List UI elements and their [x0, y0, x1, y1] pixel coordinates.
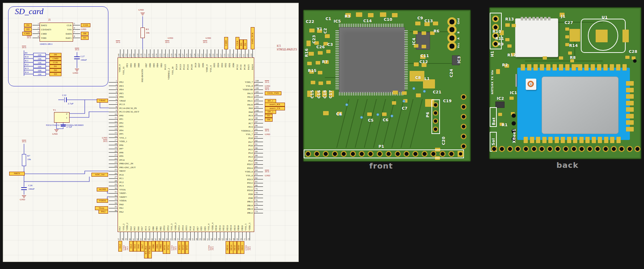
mcu-pin-name: PD2 [224, 59, 228, 67]
mcu-pin-name: PA2 [119, 210, 124, 213]
mcu-pin-number: 130 [170, 50, 173, 57]
mcu-pin-stub [109, 197, 118, 197]
pcb-silk-label: Bat [491, 117, 496, 125]
battery-pad [596, 30, 608, 42]
mcu-designator: IC5 [277, 44, 281, 48]
mcu-pin-stub [254, 82, 263, 82]
mcu-pin-number: 110 [246, 50, 249, 57]
mcu-pin-number: 29 [109, 183, 117, 185]
mcu-pin-name: PB3 [160, 59, 163, 67]
net-tag: D0 [49, 53, 61, 57]
mcu-pin-number: 12 [109, 120, 117, 123]
mcu-pin-stub [109, 100, 118, 101]
smd-pad [307, 62, 312, 65]
mcu-pin-stub [109, 134, 118, 134]
pcb-silk-label: P1 [378, 144, 384, 149]
mcu-pin-name: VDDIO2_2 [167, 59, 171, 80]
pcb-back-board[interactable]: R13R10R11R9H1R12J1C27U1R14R8C28R2IC1IC2B… [489, 7, 642, 159]
pcb-trace [525, 61, 603, 61]
mcu-pin-stub [254, 160, 263, 161]
mcu-pin-stub [254, 172, 263, 172]
mcu-pin-number: 88 [255, 154, 263, 157]
mcu-pin-name: PD7 [198, 59, 201, 67]
mcu-pin-name: PG11 [186, 59, 190, 70]
pcb-silk-label: XBee1 [512, 129, 517, 143]
mcu-pin-stub [254, 187, 263, 187]
mcu-pin-name: PF13 [178, 219, 181, 231]
mcu-pin-number: 36 [109, 209, 117, 212]
mcu-pin-number: 99 [255, 113, 263, 115]
mcu-pin-number: 137 [144, 50, 147, 57]
via [402, 100, 405, 103]
mcu-pin-stub [254, 134, 263, 135]
mcu-pin-stub [254, 104, 263, 105]
pcb-silk-label: R10 [493, 29, 501, 34]
cap-ref: C22 [62, 94, 66, 97]
hole [461, 94, 466, 100]
pcb-front-board[interactable]: C22C1IC5R3C14C10C9C13Y1C2C23C26C3R16R7R1… [303, 10, 471, 162]
edge-hole [523, 146, 529, 152]
mcu-pin-stub [254, 138, 263, 139]
gnd-label: GND [265, 85, 270, 87]
xbee-pad [524, 137, 528, 143]
crystal-pin-label: 2 [66, 112, 67, 115]
mcu-pin-number: 105 [255, 91, 263, 93]
mcu-pin-stub [109, 193, 118, 194]
pcb-back-caption: back [556, 161, 578, 170]
mcu-pin-number: 11 [109, 116, 117, 119]
edge-hole [499, 146, 505, 152]
sd-pin-name: CMD [41, 32, 47, 35]
mcu-pin-name: PE5 [119, 92, 124, 95]
net-tag: ADC_bat [91, 173, 108, 177]
pcb-silk-label: U1 [602, 15, 608, 20]
net-tag: D3 [239, 39, 243, 49]
net-tag: D0 [81, 32, 89, 36]
mcu-pin-stub [109, 201, 118, 201]
sd-pin-name: DAT0 [53, 32, 72, 35]
mcu-pin-number: 124 [193, 50, 196, 57]
p1-hole [305, 151, 311, 157]
pcb-silk-label: RX [491, 81, 494, 86]
via [412, 87, 415, 90]
net-tag: PF14 [181, 241, 185, 254]
xbee-pad [584, 64, 589, 71]
sd-pin-number: 3 [34, 31, 39, 33]
power-3v3-label: 3V3 [174, 241, 177, 250]
mcu-pin-name: PD14 [200, 167, 253, 170]
net-tag: SWD_TMS [265, 91, 281, 95]
p1-hole [430, 151, 436, 157]
pcb-silk-label: IC4 [412, 38, 416, 45]
smd-pad [392, 13, 398, 17]
pcb-silk-label: C14 [363, 19, 372, 23]
sd-pin-number: 6 [74, 26, 79, 29]
mcu-pin-name: PB10 [237, 219, 240, 231]
mcu-pin-name: PB8 [137, 59, 141, 67]
mcu-pin-name: PA14 [251, 59, 255, 70]
mcu-pin-number: 116 [223, 50, 226, 57]
mcu-pin-number: 114 [231, 50, 234, 57]
pcb-silk-label: R11 [495, 36, 504, 41]
cap-value: 2.7pF [66, 126, 72, 128]
mcu-pin-name: PC1 [119, 177, 124, 180]
mcu-pin-number: 56 [188, 233, 191, 240]
pcb-silk-label: IC3 [457, 56, 461, 63]
mcu-pin-name: PB11 [241, 219, 244, 231]
resistor-body: 10K [33, 68, 46, 72]
mcu-pin-name: VSS_1 [119, 136, 126, 139]
xbee-pad [616, 64, 620, 71]
hole [512, 114, 516, 118]
mcu-pin-name: PD4 [217, 59, 220, 67]
mcu-pin-number: 62 [210, 233, 213, 240]
mcu-pin-stub [109, 204, 118, 204]
mcu-pin-name: PC2 [119, 181, 124, 184]
mcu-pin-name: PG7 [200, 141, 253, 143]
mcu-pin-name: PA10 [200, 103, 253, 106]
mcu-pin-number: 26 [109, 172, 117, 175]
net-tag: usart1_TX [265, 106, 285, 110]
sd-pin-stub [32, 25, 40, 25]
mcu-pin-stub [254, 97, 263, 97]
pcb-silk-label: IC5 [334, 19, 341, 24]
h1-hole [492, 16, 499, 22]
xbee-pad [592, 137, 596, 143]
edge-hole [547, 146, 553, 152]
